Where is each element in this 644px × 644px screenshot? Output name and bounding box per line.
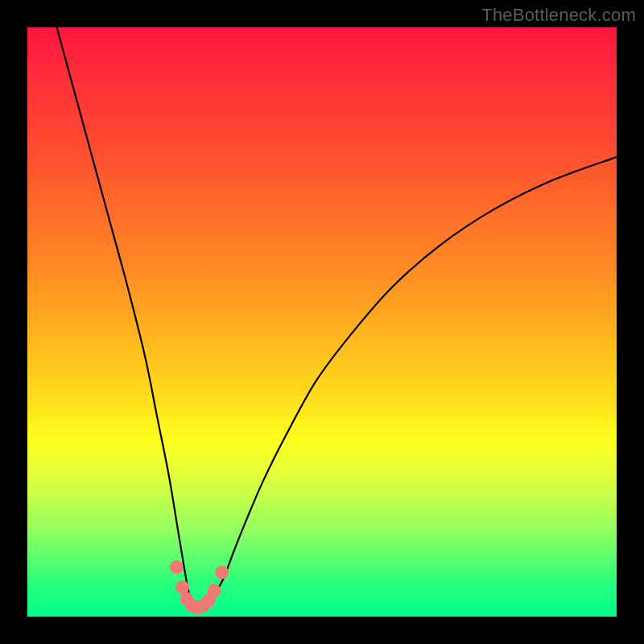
trough-markers <box>170 560 229 615</box>
svg-point-7 <box>208 584 221 597</box>
curve-line <box>57 27 617 611</box>
watermark-text: TheBottleneck.com <box>481 5 636 26</box>
chart-frame: TheBottleneck.com <box>0 0 644 644</box>
svg-point-0 <box>170 560 184 574</box>
svg-point-8 <box>215 566 229 580</box>
plot-area <box>27 27 617 617</box>
chart-svg <box>27 27 617 617</box>
svg-point-1 <box>175 580 189 594</box>
